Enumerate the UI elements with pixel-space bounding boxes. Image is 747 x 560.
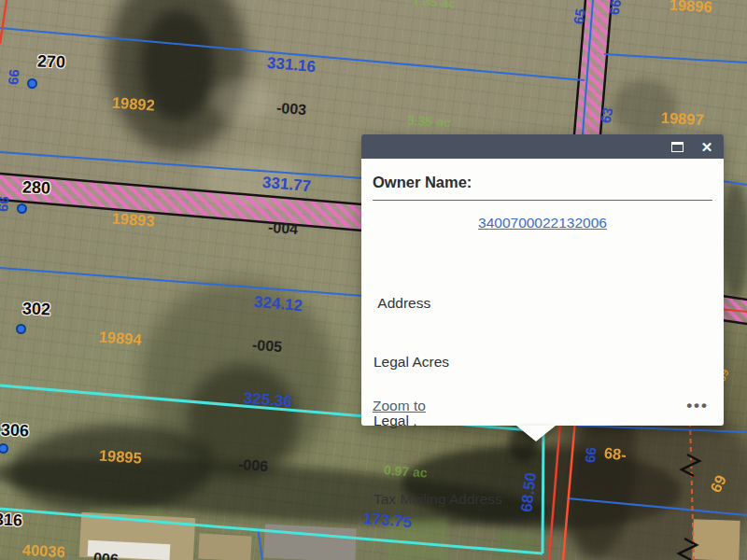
title-divider [373,200,712,201]
address-label: 302 [22,300,51,317]
parcel-number-link[interactable]: 3400700022132006 [478,215,607,231]
frontage-label: 66 [607,0,624,16]
address-label: 306 [1,421,30,439]
parcel-suffix-label: -005 [251,338,282,355]
bare-ground-patch [201,154,303,205]
dimension-label: 331.16 [266,55,316,75]
parcel-id-label: 19897 [661,110,705,128]
frontage-label: 66 [0,196,11,213]
tree-shadow [7,419,218,518]
house-roof [79,512,195,560]
field-address: Address [374,293,724,313]
dimension-label: 325.36 [243,390,292,410]
parcel-suffix-label: -003 [275,101,306,118]
address-label: 316 [0,511,22,528]
road-row-horizontal [0,174,362,231]
frontage-label: 63 [598,106,614,124]
acreage-label: 1.35 ac [412,0,457,10]
trailer-roof [88,540,171,560]
parcel-id-label: 40036 [22,542,66,560]
popup-body: Owner Name: 3400700022132006 Address Leg… [361,159,724,426]
parcel-id-label: 19896 [669,0,713,15]
address-point[interactable] [27,78,37,89]
acreage-label: 3.35 ac [407,113,452,129]
field-tax-mailing-address: Tax Mailing Address [374,489,724,509]
tree-canopy [722,182,747,299]
parcel-id-label: 19894 [98,329,142,347]
parcel-suffix-label: 006 [92,551,119,560]
popup-header: ✕ [361,134,724,159]
address-point[interactable] [16,324,26,334]
parcel-id-label: 19895 [98,447,142,466]
map-canvas[interactable]: 331.16331.77324.12325.36173.7568.5019892… [0,0,747,560]
tree-canopy [140,280,336,476]
field-legal-acres: Legal Acres [374,352,724,371]
frontage-label: 65 [571,7,588,25]
road-row-right [722,296,747,324]
dimension-label: 331.77 [261,175,311,194]
popup-title: Owner Name: [361,159,724,200]
popup-caret [516,426,556,441]
dimension-label: 324.12 [253,294,303,314]
address-label: 280 [22,178,51,196]
zoom-to-link[interactable]: Zoom to [373,398,426,414]
tree-canopy [140,9,215,121]
address-point[interactable] [17,203,27,214]
parcel-suffix-label: -004 [267,220,298,237]
identify-popup: ✕ Owner Name: 3400700022132006 Address L… [361,134,724,426]
bare-ground-patch [210,79,275,121]
parcel-id-label: 19892 [111,94,155,113]
frontage-label: 66 [6,69,21,86]
house-roof [263,524,357,560]
close-icon[interactable]: ✕ [698,137,716,156]
lawn [89,509,163,560]
more-options-button[interactable]: ••• [686,397,709,415]
tree-shadow [187,364,299,476]
tree-canopy [107,0,247,154]
parcel-id-label: 19893 [111,210,155,229]
maximize-icon[interactable] [668,137,686,156]
parcel-suffix-label: -006 [237,457,268,474]
road-row-vertical [574,0,612,134]
tree-canopy [612,79,677,135]
house-roof [198,534,251,560]
address-label: 270 [37,52,66,70]
address-point[interactable] [0,443,8,454]
